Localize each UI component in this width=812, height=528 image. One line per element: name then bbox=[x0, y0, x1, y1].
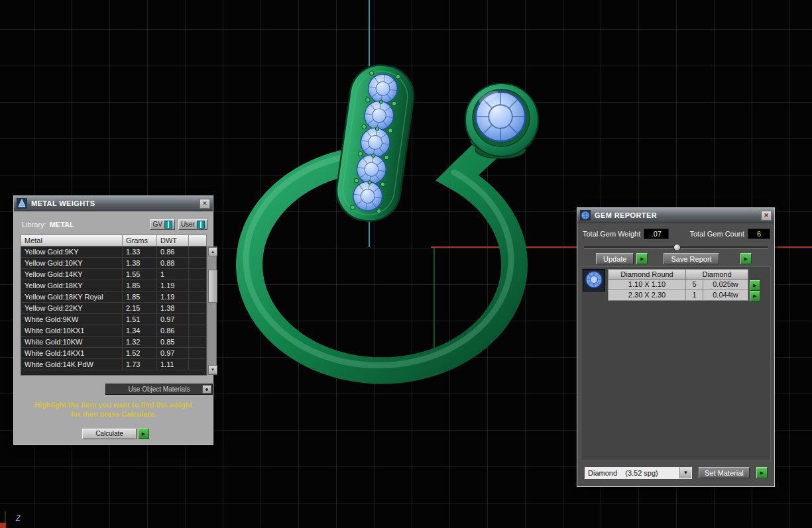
user-button[interactable]: User bbox=[178, 219, 207, 230]
metal-table-row[interactable]: Yellow Gold:10KY1.380.88 bbox=[21, 258, 206, 269]
gem-channel-bar[interactable] bbox=[333, 61, 418, 225]
use-object-materials-option-icon[interactable] bbox=[202, 385, 211, 394]
metal-weights-close-icon[interactable]: ✕ bbox=[200, 199, 210, 209]
gem-table: Diamond Round Diamond 1.10 X 1.1050.025t… bbox=[581, 269, 770, 305]
gem-reporter-panel: GEM REPORTER ✕ Total Gem Weight .07 Tota… bbox=[577, 207, 775, 487]
slider-thumb[interactable] bbox=[673, 244, 681, 251]
gem-row-go-icon[interactable]: ▶ bbox=[750, 291, 760, 301]
use-object-materials-button[interactable]: Use Object Materials bbox=[105, 384, 213, 395]
metal-cell: Yellow Gold:18KY Royal bbox=[21, 293, 122, 301]
set-material-button[interactable]: Set Material bbox=[699, 467, 750, 478]
material-dropdown-value: Diamond (3.52 spg) bbox=[585, 469, 679, 477]
metal-table-row[interactable]: Yellow Gold:14KY1.551 bbox=[21, 269, 206, 280]
metal-cell: Yellow Gold:22KY bbox=[21, 304, 122, 312]
metal-cell bbox=[188, 337, 206, 347]
gem-table-body: 1.10 X 1.1050.025tw▶2.30 X 2.3010.044tw▶ bbox=[608, 280, 770, 301]
metal-cell: Yellow Gold:9KY bbox=[21, 248, 122, 256]
metal-cell: Yellow Gold:18KY bbox=[21, 282, 122, 290]
metal-cell: 1.85 bbox=[122, 291, 156, 302]
metal-table-row[interactable]: White Gold:10KX11.340.86 bbox=[21, 325, 206, 337]
gem-reporter-close-icon[interactable]: ✕ bbox=[761, 211, 772, 221]
library-value: METAL bbox=[50, 221, 74, 229]
set-material-go-icon[interactable]: ▶ bbox=[756, 467, 768, 478]
metal-cell: 0.85 bbox=[156, 337, 188, 347]
total-gem-weight-value: .07 bbox=[644, 229, 669, 239]
total-gem-count-label: Total Gem Count bbox=[689, 230, 744, 238]
dropdown-arrow-icon[interactable]: ▼ bbox=[679, 467, 691, 478]
column-header-dwt[interactable]: DWT bbox=[156, 235, 188, 246]
metal-cell: 0.86 bbox=[156, 325, 188, 336]
metal-table-scrollbar[interactable]: ▲ ▼ bbox=[207, 246, 217, 375]
column-header-metal[interactable]: Metal bbox=[21, 237, 122, 244]
user-button-label: User bbox=[181, 221, 195, 228]
gem-slider[interactable] bbox=[584, 244, 768, 250]
metal-cell: White Gold:14KX1 bbox=[21, 349, 122, 357]
material-dropdown[interactable]: Diamond (3.52 spg) ▼ bbox=[584, 466, 692, 479]
metal-cell: White Gold:9KW bbox=[21, 315, 122, 323]
metal-cell: 2.15 bbox=[122, 303, 156, 313]
metal-cell bbox=[188, 280, 206, 291]
metal-table-row[interactable]: White Gold:14KX11.520.97 bbox=[21, 348, 206, 359]
scrollbar-thumb[interactable] bbox=[208, 270, 217, 303]
gem-table-header[interactable]: Diamond Round Diamond bbox=[608, 269, 770, 280]
gv-button-label: GV bbox=[152, 221, 162, 228]
metal-table-row[interactable]: Yellow Gold:9KY1.330.86 bbox=[21, 246, 206, 258]
total-gem-weight-label: Total Gem Weight bbox=[583, 230, 640, 238]
metal-weights-panel: METAL WEIGHTS ✕ Library: METAL GV User M… bbox=[13, 195, 213, 445]
gem-cell: 2.30 X 2.30 bbox=[608, 290, 686, 301]
metal-table: Metal Grams DWT Yellow Gold:9KY1.330.86Y… bbox=[21, 235, 217, 375]
library-row: Library: METAL GV User bbox=[22, 219, 207, 230]
metal-table-header[interactable]: Metal Grams DWT bbox=[21, 235, 207, 246]
gv-button[interactable]: GV bbox=[150, 219, 174, 230]
save-report-button[interactable]: Save Report bbox=[664, 253, 719, 264]
metal-weights-titlebar[interactable]: METAL WEIGHTS ✕ bbox=[14, 196, 213, 211]
calculate-go-icon[interactable]: ▶ bbox=[138, 428, 149, 439]
update-button[interactable]: Update bbox=[596, 253, 634, 264]
metal-cell: 1.11 bbox=[156, 359, 188, 370]
metal-table-row[interactable]: White Gold:9KW1.510.97 bbox=[21, 314, 206, 325]
metal-cell: 1.85 bbox=[122, 280, 156, 291]
user-indicator-icon bbox=[197, 221, 205, 229]
bezel-gem[interactable] bbox=[465, 83, 538, 158]
metal-cell bbox=[188, 269, 206, 280]
column-header-grams[interactable]: Grams bbox=[122, 235, 156, 246]
metal-cell: 0.97 bbox=[156, 314, 188, 325]
gem-reporter-icon bbox=[580, 210, 591, 221]
gem-cell: 5 bbox=[686, 280, 703, 290]
gem-cell: 1.10 X 1.10 bbox=[608, 280, 686, 290]
metal-table-clipped-row bbox=[21, 370, 207, 376]
gem-header-shape[interactable]: Diamond Round bbox=[608, 269, 686, 280]
gem-row-go-icon[interactable]: ▶ bbox=[750, 280, 760, 291]
metal-table-row[interactable]: Yellow Gold:18KY1.851.19 bbox=[21, 280, 206, 291]
metal-cell: 1.34 bbox=[122, 325, 156, 336]
save-report-go-icon[interactable]: ▶ bbox=[740, 253, 752, 264]
update-go-icon[interactable]: ▶ bbox=[636, 253, 648, 264]
metal-cell bbox=[188, 359, 206, 370]
metal-cell bbox=[188, 246, 206, 257]
column-header-filler bbox=[188, 235, 206, 246]
metal-table-row[interactable]: White Gold:10KW1.320.85 bbox=[21, 337, 206, 348]
gem-table-row[interactable]: 2.30 X 2.3010.044tw▶ bbox=[608, 290, 770, 301]
metal-cell: 0.88 bbox=[156, 258, 188, 268]
metal-cell: Yellow Gold:14KY bbox=[21, 270, 122, 278]
calculate-button[interactable]: Calculate bbox=[82, 429, 137, 439]
metal-cell bbox=[188, 291, 206, 302]
gem-totals-row: Total Gem Weight .07 Total Gem Count 6 bbox=[583, 229, 770, 239]
scroll-up-icon[interactable]: ▲ bbox=[208, 247, 217, 256]
metal-table-row[interactable]: White Gold:14K PdW1.731.11 bbox=[21, 359, 206, 370]
scroll-down-icon[interactable]: ▼ bbox=[208, 365, 217, 374]
z-axis-label: Z bbox=[16, 514, 21, 522]
gem-actions-row: Update ▶ Save Report ▶ bbox=[596, 253, 752, 264]
gem-header-material[interactable]: Diamond bbox=[686, 269, 748, 280]
metal-table-row[interactable]: Yellow Gold:22KY2.151.38 bbox=[21, 303, 206, 314]
metal-cell bbox=[188, 258, 206, 268]
metal-table-row[interactable]: Yellow Gold:18KY Royal1.851.19 bbox=[21, 291, 206, 303]
instruction-line-2: for then press Calculate. bbox=[14, 409, 213, 419]
metal-cell bbox=[188, 314, 206, 325]
gem-reporter-titlebar[interactable]: GEM REPORTER ✕ bbox=[577, 208, 774, 223]
calculate-row: Calculate ▶ bbox=[82, 428, 149, 439]
instruction-line-1: Highlight the item you want to find the … bbox=[14, 400, 213, 409]
gem-cell: 0.025tw bbox=[703, 280, 748, 290]
gem-cell: 1 bbox=[686, 290, 703, 301]
gem-table-row[interactable]: 1.10 X 1.1050.025tw▶ bbox=[608, 280, 770, 290]
